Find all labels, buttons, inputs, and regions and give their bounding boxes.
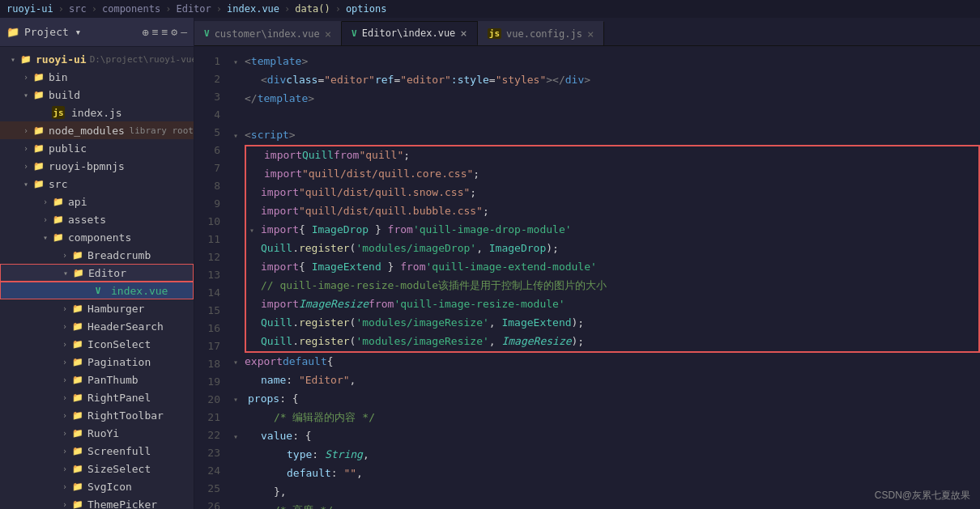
code-line: </template> xyxy=(233,90,980,108)
tab-vue-config[interactable]: js vue.config.js × xyxy=(478,21,605,45)
tree-item-components[interactable]: ▾ 📁 components xyxy=(0,228,194,246)
tree-item-pagination[interactable]: › 📁 Pagination xyxy=(0,353,194,371)
arrow-icon: › xyxy=(58,322,71,331)
folder-icon: 📁 xyxy=(71,391,84,404)
settings-icon[interactable]: ⚙ xyxy=(171,26,177,39)
tree-item-sizeselect[interactable]: › 📁 SizeSelect xyxy=(0,460,194,477)
breadcrumb-func[interactable]: data() xyxy=(295,3,330,15)
arrow-icon: ▾ xyxy=(59,269,72,278)
highlight-block: import Quill from "quill"; import "quill… xyxy=(245,145,980,353)
fold-spacer xyxy=(249,315,261,333)
arrow-icon: › xyxy=(58,375,71,384)
watermark: CSDN@灰累七夏故果 xyxy=(875,489,970,503)
tree-item-screenfull[interactable]: › 📁 Screenfull xyxy=(0,442,194,460)
close-button[interactable]: × xyxy=(460,28,467,39)
add-icon[interactable]: ⊕ xyxy=(142,26,148,39)
tree-item-righttoolbar[interactable]: › 📁 RightToolbar xyxy=(0,406,194,424)
tree-item-panthumb[interactable]: › 📁 PanThumb xyxy=(0,371,194,388)
tree-item-api[interactable]: › 📁 api xyxy=(0,193,194,210)
tree-label: IconSelect xyxy=(87,338,194,350)
fold-icon[interactable]: ▾ xyxy=(233,127,245,145)
fold-icon[interactable]: ▾ xyxy=(233,428,245,446)
breadcrumb-file[interactable]: index.vue xyxy=(227,3,279,15)
sep4: › xyxy=(216,3,222,15)
arrow-icon: › xyxy=(58,304,71,313)
close-button[interactable]: × xyxy=(325,28,331,40)
tree-label: SizeSelect xyxy=(87,463,194,475)
close-button[interactable]: × xyxy=(587,28,594,40)
fold-icon[interactable]: ▾ xyxy=(233,391,245,409)
code-line xyxy=(233,108,980,126)
tree-item-assets[interactable]: › 📁 assets xyxy=(0,210,194,228)
arrow-icon: › xyxy=(58,358,71,367)
tree-label: RuoYi xyxy=(87,427,194,439)
tree-item-editor[interactable]: ▾ 📁 Editor xyxy=(0,264,194,282)
fold-spacer xyxy=(233,108,245,126)
fold-spacer xyxy=(233,484,245,502)
breadcrumb-editor[interactable]: Editor xyxy=(176,3,211,15)
tab-editor-index[interactable]: V Editor\index.vue × xyxy=(342,21,478,45)
fold-icon[interactable]: ▾ xyxy=(249,222,261,240)
tree-label: bin xyxy=(49,71,194,83)
folder-icon: 📁 xyxy=(71,498,84,509)
tree-item-svgicon[interactable]: › 📁 SvgIcon xyxy=(0,477,194,495)
sidebar-header-icons: ⊕ ≡ ≡ ⚙ — xyxy=(142,26,187,39)
tree-sublabel: D:\project\ruoyi-vue-a... xyxy=(90,54,194,65)
folder-icon: 📁 xyxy=(71,480,84,493)
breadcrumb-root[interactable]: ruoyi-ui xyxy=(6,3,53,15)
tab-label: Editor\index.vue xyxy=(362,28,456,39)
tree-label: RightToolbar xyxy=(87,409,194,422)
tab-label: vue.config.js xyxy=(506,28,582,40)
tree-item-src[interactable]: ▾ 📁 src xyxy=(0,175,194,193)
tree-item-headersearch[interactable]: › 📁 HeaderSearch xyxy=(0,317,194,335)
fold-spacer xyxy=(249,278,261,295)
sidebar-title[interactable]: Project ▾ xyxy=(24,26,81,38)
tree-item-bin[interactable]: › 📁 bin xyxy=(0,68,194,86)
fold-spacer xyxy=(249,166,261,184)
tree-label: public xyxy=(49,142,194,155)
code-line: Quill.register('modules/imageDrop', Imag… xyxy=(246,240,978,258)
tree-item-ruoyi[interactable]: › 📁 RuoYi xyxy=(0,424,194,442)
code-line: import "quill/dist/quill.bubble.css"; xyxy=(246,202,978,221)
fold-spacer xyxy=(233,447,245,464)
tree-item-hamburger[interactable]: › 📁 Hamburger xyxy=(0,299,194,317)
tree-item-build-index[interactable]: js index.js xyxy=(0,104,194,121)
tree-item-rightpanel[interactable]: › 📁 RightPanel xyxy=(0,388,194,406)
breadcrumb-components[interactable]: components xyxy=(102,3,160,15)
breadcrumb-bar: ruoyi-ui › src › components › Editor › i… xyxy=(0,0,980,18)
tree-item-themepicker[interactable]: › 📁 ThemePicker xyxy=(0,495,194,509)
tree-item-iconselect[interactable]: › 📁 IconSelect xyxy=(0,335,194,353)
folder-icon: 📁 xyxy=(19,53,32,66)
list-icon2[interactable]: ≡ xyxy=(162,26,168,39)
code-lines[interactable]: ▾ <template> <div class="editor" ref="ed… xyxy=(227,46,980,509)
folder-icon: 📁 xyxy=(32,70,45,83)
tree-item-editor-index[interactable]: V index.vue xyxy=(0,282,194,299)
sep6: › xyxy=(335,3,341,15)
tree-item-build[interactable]: ▾ 📁 build xyxy=(0,86,194,104)
fold-icon[interactable]: ▾ xyxy=(233,53,245,71)
breadcrumb-src[interactable]: src xyxy=(69,3,87,15)
tree-label: api xyxy=(68,196,194,208)
code-line: <div class="editor" ref="editor" :style=… xyxy=(233,71,980,90)
arrow-icon: › xyxy=(58,500,71,509)
code-container: 1234 5678 9101112 13141516 17181920 2122… xyxy=(194,46,980,509)
fold-icon[interactable]: ▾ xyxy=(233,354,245,371)
tree-label: PanThumb xyxy=(87,374,194,386)
fold-spacer xyxy=(233,409,245,427)
minimize-icon[interactable]: — xyxy=(181,26,187,39)
tree-label: node_modules xyxy=(49,125,126,137)
breadcrumb-param[interactable]: options xyxy=(346,3,387,15)
tree-item-ruoyi-bpmnjs[interactable]: › 📁 ruoyi-bpmnjs xyxy=(0,157,194,175)
folder-icon: 📁 xyxy=(32,177,45,190)
arrow-icon: › xyxy=(58,393,71,402)
code-line: ▾ <script> xyxy=(233,126,980,145)
tree-item-breadcrumb[interactable]: › 📁 Breadcrumb xyxy=(0,246,194,264)
tree-label: ruoyi-bpmnjs xyxy=(49,160,194,172)
tree-item-node-modules[interactable]: › 📁 node_modules library root xyxy=(0,121,194,139)
list-icon1[interactable]: ≡ xyxy=(152,26,159,39)
folder-icon: 📁 xyxy=(71,462,84,475)
tree-item-public[interactable]: › 📁 public xyxy=(0,139,194,157)
tree-item-ruoyi-ui[interactable]: ▾ 📁 ruoyi-ui D:\project\ruoyi-vue-a... xyxy=(0,50,194,68)
folder-icon: 📁 xyxy=(71,426,84,439)
tab-customer-index[interactable]: V customer\index.vue × xyxy=(194,21,342,45)
